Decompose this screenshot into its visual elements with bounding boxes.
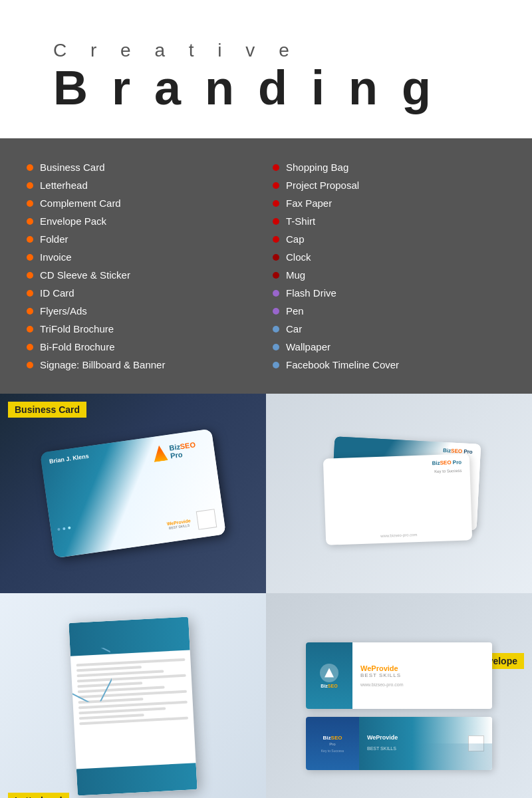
list-item: Project Proposal — [273, 176, 505, 194]
env-logo: BizSEO — [320, 664, 338, 688]
bullet-icon — [273, 236, 279, 243]
env-key: Key to Success — [321, 749, 344, 753]
list-item: Wallpaper — [273, 338, 505, 356]
stacked-card-front: BizSEO Pro Key to Success www.bizseo-pro… — [323, 454, 472, 545]
env-logo-icon — [320, 664, 338, 682]
bullet-icon — [27, 344, 33, 350]
list-item: Letterhead — [27, 176, 259, 194]
envelope-left-strip: BizSEO — [306, 642, 352, 709]
branding-text: B r a n d i n g — [53, 64, 479, 112]
list-item: Business Card — [27, 158, 259, 176]
list-item: Clock — [273, 248, 505, 266]
envelope-content-right: WeProvide BEST SKILLS — [359, 717, 492, 770]
best-skills-text: BEST SKILLS — [367, 746, 396, 751]
bullet-icon — [273, 182, 279, 189]
stacked-cards-mockup: BizSEO Pro www.bizseo-pro.com BizSEO Pro… — [319, 440, 479, 547]
letterhead-mockup — [68, 616, 197, 795]
env-triangle-icon — [325, 668, 334, 678]
letterhead-cell: Letterhead — [0, 593, 266, 798]
list-item: CD Sleeve & Sticker — [27, 266, 259, 284]
list-item: Complement Card — [27, 194, 259, 212]
creative-text: C r e a t i v e — [53, 40, 479, 61]
bullet-icon — [27, 254, 33, 261]
letterhead-header — [68, 616, 190, 656]
list-item: Facebook Timeline Cover — [273, 356, 505, 374]
card-logo: BizSEO Pro — [152, 435, 207, 466]
bullet-icon — [273, 254, 279, 261]
envelope-mockup-1: BizSEO WeProvide BEST SKILLS www.bizseo-… — [306, 642, 492, 709]
list-item: Car — [273, 320, 505, 338]
bullet-icon — [27, 164, 33, 171]
stack-web-text: www.bizseo-pro.com — [380, 533, 418, 538]
bullet-icon — [27, 236, 33, 243]
bullet-icon — [27, 308, 33, 315]
card-name-text: Brian J. Klens — [49, 453, 89, 465]
bullet-icon — [273, 362, 279, 368]
business-card-label: Business Card — [8, 402, 86, 418]
list-item: ID Card — [27, 284, 259, 302]
bullet-icon — [27, 272, 33, 279]
card-we-provide: WeProvide BEST SKILLS — [166, 518, 192, 530]
right-feature-list: Shopping Bag Project Proposal Fax Paper … — [273, 158, 505, 374]
env-logo-text: BizSEO — [321, 684, 337, 688]
envelope-blue-left: BizSEO Pro Key to Success — [306, 717, 359, 770]
bullet-icon — [273, 344, 279, 350]
list-item: Flyers/Ads — [27, 302, 259, 320]
envelope-city-bg — [412, 743, 492, 770]
letterhead-footer — [76, 763, 198, 795]
stack-front-logo: BizSEO Pro — [432, 460, 462, 467]
bullet-icon — [273, 200, 279, 207]
card-dot — [63, 527, 66, 531]
header-section: C r e a t i v e B r a n d i n g — [0, 0, 532, 138]
bullet-icon — [273, 290, 279, 297]
logo-name: BizSEO Pro — [169, 439, 207, 460]
mockup-grid: Business Card Brian J. Klens BizSEO Pro … — [0, 394, 532, 798]
bullet-icon — [27, 218, 33, 225]
card-dot — [57, 528, 61, 531]
business-card-cell-light: BizSEO Pro www.bizseo-pro.com BizSEO Pro… — [266, 394, 532, 593]
card-dot — [68, 527, 71, 530]
card-qr-code — [196, 509, 217, 530]
bullet-icon — [27, 326, 33, 332]
list-item: Bi-Fold Brochure — [27, 338, 259, 356]
list-item: Invoice — [27, 248, 259, 266]
env-biz: BizSEO — [323, 735, 342, 741]
logo-icon-shape — [152, 444, 168, 462]
envelope-we-provide: WeProvide — [360, 664, 484, 672]
bullet-icon — [27, 362, 33, 368]
bullet-icon — [273, 308, 279, 315]
bullet-icon — [27, 290, 33, 297]
letterhead-label: Letterhead — [8, 793, 69, 798]
letterhead-geo-pattern — [70, 648, 112, 703]
business-card-cell-dark: Business Card Brian J. Klens BizSEO Pro … — [0, 394, 266, 593]
list-item: Envelope Pack — [27, 212, 259, 230]
we-provide-text: WeProvide — [367, 734, 463, 741]
env-pro: Pro — [329, 742, 335, 746]
stack-key-text: Key to Success — [434, 469, 462, 473]
list-item: T-Shirt — [273, 212, 505, 230]
bullet-icon — [27, 200, 33, 207]
list-item: TriFold Brochure — [27, 320, 259, 338]
left-feature-list: Business Card Letterhead Complement Card… — [27, 158, 259, 374]
bullet-icon — [273, 272, 279, 279]
list-item: Fax Paper — [273, 194, 505, 212]
list-item: Shopping Bag — [273, 158, 505, 176]
business-card-mockup: Brian J. Klens BizSEO Pro WeProvide BEST… — [40, 429, 226, 559]
list-item: Mug — [273, 266, 505, 284]
bullet-icon — [273, 218, 279, 225]
card-inner: Brian J. Klens BizSEO Pro WeProvide BEST… — [40, 429, 226, 559]
envelope-right-content: WeProvide BEST SKILLS www.bizseo-pro.com — [352, 642, 492, 709]
list-item: Folder — [27, 230, 259, 248]
bullet-icon — [273, 164, 279, 171]
features-list-section: Business Card Letterhead Complement Card… — [0, 138, 532, 394]
list-item: Flash Drive — [273, 284, 505, 302]
list-item: Signage: Billboard & Banner — [27, 356, 259, 374]
envelope-best-skills: BEST SKILLS — [360, 672, 484, 678]
list-item: Pen — [273, 302, 505, 320]
bullet-icon — [27, 182, 33, 189]
envelope-website: www.bizseo-pro.com — [360, 682, 484, 687]
envelope-cell: Envelope BizSEO WeProvide BEST SKILLS ww… — [266, 593, 532, 798]
bullet-icon — [273, 326, 279, 332]
envelope-mockup-2: BizSEO Pro Key to Success WeProvide BEST… — [306, 717, 492, 770]
list-item: Cap — [273, 230, 505, 248]
